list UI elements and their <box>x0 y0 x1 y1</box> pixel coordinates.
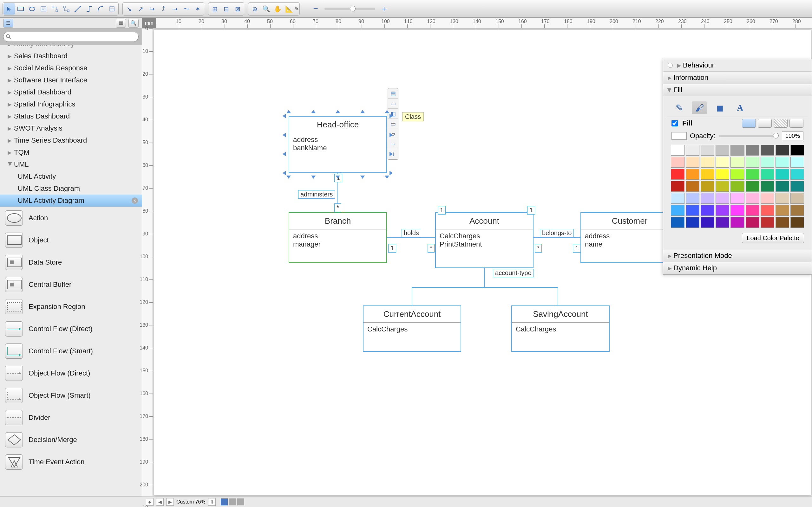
color-swatch[interactable] <box>791 169 804 180</box>
color-swatch[interactable] <box>701 205 714 216</box>
association-label[interactable]: belongs-to <box>540 229 574 237</box>
color-swatch[interactable] <box>761 217 774 228</box>
shape-item[interactable]: Object Flow (Direct) <box>0 362 142 384</box>
color-swatch[interactable] <box>701 217 714 228</box>
fill-gradient-icon[interactable] <box>758 119 772 128</box>
color-swatch[interactable] <box>775 217 789 228</box>
color-swatch[interactable] <box>761 169 774 180</box>
fill-tab-icon[interactable]: 🖌 <box>692 101 707 114</box>
color-swatch[interactable] <box>746 193 759 204</box>
align-tool-3[interactable]: ⊠ <box>232 3 243 14</box>
color-swatch[interactable] <box>775 193 789 204</box>
color-swatch[interactable] <box>730 217 744 228</box>
color-swatch[interactable] <box>775 181 789 192</box>
shape-item[interactable]: Expansion Region <box>0 296 142 318</box>
color-swatch[interactable] <box>671 169 684 180</box>
page-thumb[interactable] <box>229 498 236 505</box>
color-swatch[interactable] <box>746 169 759 180</box>
library-search-input[interactable] <box>3 32 139 42</box>
tree-view-icon[interactable]: ☰ <box>3 19 13 27</box>
zoom-select[interactable]: Custom 76% <box>176 499 206 505</box>
load-palette-button[interactable]: Load Color Palette <box>742 233 804 243</box>
connector-tool-6[interactable] <box>106 3 118 14</box>
color-swatch[interactable] <box>716 205 729 216</box>
connector-tool-4[interactable] <box>84 3 95 14</box>
tree-item[interactable]: ▶Social Media Response <box>0 62 142 74</box>
uml-class-saving-account[interactable]: SavingAccount CalcCharges <box>511 305 610 352</box>
opacity-slider[interactable] <box>719 135 779 137</box>
color-swatch[interactable] <box>746 145 759 156</box>
multiplicity-label[interactable]: 1 <box>573 244 581 252</box>
pen-tab-icon[interactable]: ✎ <box>671 101 687 114</box>
shape-item[interactable]: Data Store <box>0 251 142 274</box>
tree-item[interactable]: ▶Sales Dashboard <box>0 50 142 62</box>
color-swatch[interactable] <box>686 205 699 216</box>
uml-class-head-office[interactable]: Head-office addressbankName ▤ ▭ ◧ ▭ ▱ → … <box>289 116 387 173</box>
color-swatch[interactable] <box>791 145 804 156</box>
section-information[interactable]: ▶Information <box>663 72 812 84</box>
cursor-tool[interactable] <box>3 3 15 14</box>
ruler-tool[interactable]: 📐 <box>283 3 295 14</box>
section-presentation[interactable]: ▶Presentation Mode <box>663 250 812 262</box>
color-swatch[interactable] <box>775 145 789 156</box>
association-label[interactable]: holds <box>402 229 421 237</box>
arrow-tool-4[interactable]: ⤴ <box>158 3 169 14</box>
color-swatch[interactable] <box>730 157 744 168</box>
arrow-tool-7[interactable]: ✶ <box>192 3 203 14</box>
color-swatch[interactable] <box>686 157 699 168</box>
tree-item[interactable]: ▶Spatial Infographics <box>0 98 142 110</box>
text-tool[interactable] <box>38 3 49 14</box>
multiplicity-label[interactable]: 1 <box>527 206 535 215</box>
color-swatch[interactable] <box>791 217 804 228</box>
color-swatch[interactable] <box>701 193 714 204</box>
shadow-tab-icon[interactable]: ◼ <box>712 101 727 114</box>
color-swatch[interactable] <box>671 145 684 156</box>
section-behaviour[interactable]: ▶Behaviour <box>663 59 812 72</box>
color-swatch[interactable] <box>761 205 774 216</box>
color-swatch[interactable] <box>701 169 714 180</box>
color-swatch[interactable] <box>730 193 744 204</box>
color-swatch[interactable] <box>686 193 699 204</box>
color-swatch[interactable] <box>730 145 744 156</box>
association-label[interactable]: account-type <box>493 269 534 277</box>
tree-item[interactable]: ▶SWOT Analysis <box>0 122 142 134</box>
section-fill[interactable]: ▶Fill <box>663 84 812 96</box>
smart-btn-5[interactable]: ▱ <box>388 129 398 139</box>
smart-btn-2[interactable]: ▭ <box>388 99 398 109</box>
color-swatch[interactable] <box>716 169 729 180</box>
connector-tool-1[interactable] <box>49 3 61 14</box>
arrow-tool-6[interactable]: ⤳ <box>181 3 192 14</box>
color-swatch[interactable] <box>686 145 699 156</box>
color-swatch[interactable] <box>686 217 699 228</box>
color-swatch[interactable] <box>746 205 759 216</box>
tree-subitem[interactable]: UML Class Diagram <box>0 182 142 194</box>
color-swatch[interactable] <box>730 169 744 180</box>
color-swatch[interactable] <box>791 193 804 204</box>
tree-item[interactable]: ▶Status Dashboard <box>0 110 142 122</box>
zoom-slider[interactable] <box>324 8 375 10</box>
grid-view-icon[interactable]: ▦ <box>116 19 126 27</box>
multiplicity-label[interactable]: 1 <box>334 174 342 182</box>
tree-item[interactable]: ▶TQM <box>0 147 142 158</box>
color-swatch[interactable] <box>671 205 684 216</box>
zoom-out-icon[interactable]: − <box>310 3 321 14</box>
color-swatch[interactable] <box>671 193 684 204</box>
shape-item[interactable]: Action <box>0 207 142 229</box>
fill-pattern-icon[interactable] <box>774 119 788 128</box>
shape-item[interactable]: Object <box>0 229 142 251</box>
shape-item[interactable]: Object Flow (Smart) <box>0 384 142 406</box>
color-swatch[interactable] <box>716 145 729 156</box>
uml-class-account[interactable]: Account CalcChargesPrintStatment <box>435 212 534 268</box>
tree-item[interactable]: ▶Spatial Dashboard <box>0 86 142 98</box>
color-swatch[interactable] <box>775 169 789 180</box>
opacity-value[interactable]: 100% <box>782 131 803 140</box>
fill-solid-icon[interactable] <box>742 119 756 128</box>
color-swatch[interactable] <box>671 157 684 168</box>
multiplicity-label[interactable]: 1 <box>438 206 446 215</box>
section-dynamic-help[interactable]: ▶Dynamic Help <box>663 262 812 274</box>
shape-item[interactable]: Central Buffer <box>0 274 142 296</box>
fill-image-icon[interactable] <box>790 119 803 128</box>
zoom-fit-tool[interactable]: ⊕ <box>249 3 260 14</box>
color-swatch[interactable] <box>746 181 759 192</box>
multiplicity-label[interactable]: * <box>334 204 341 212</box>
